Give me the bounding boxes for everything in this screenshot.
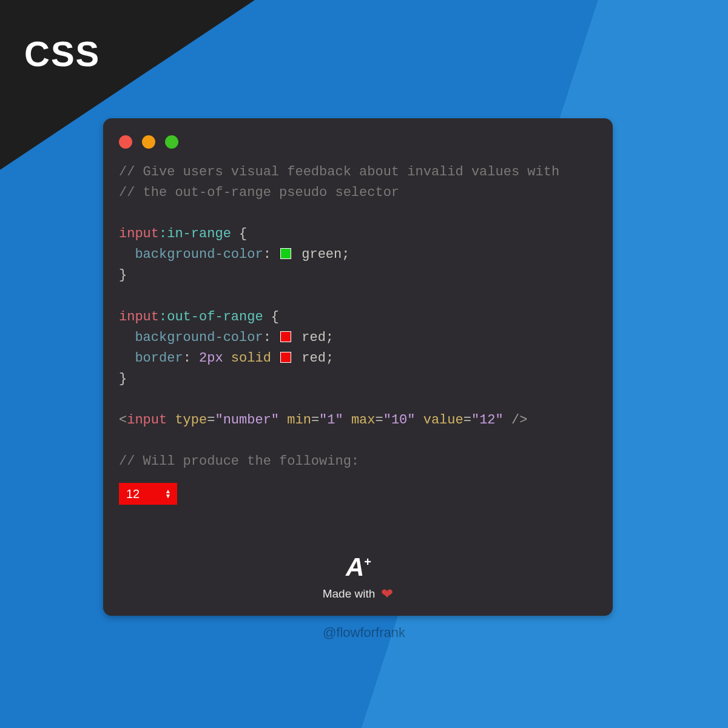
html-attr: min	[287, 413, 311, 428]
brace: }	[119, 268, 127, 283]
made-with-line: Made with ❤	[323, 585, 394, 602]
css-value-size: 2px	[199, 351, 223, 366]
html-attr: value	[423, 413, 463, 428]
brace: {	[263, 309, 279, 325]
semicolon: ;	[326, 351, 334, 366]
demo-input-value: 12	[126, 487, 140, 501]
window-controls	[119, 135, 597, 149]
brace: }	[119, 371, 127, 386]
demo-number-input[interactable]: 12 ▲ ▼	[119, 483, 177, 505]
comment-line: // Will produce the following:	[119, 454, 359, 469]
selector: input	[119, 226, 159, 241]
corner-label: CSS	[24, 33, 100, 74]
css-value-color: red	[302, 351, 326, 366]
html-attr-value: "number"	[215, 413, 279, 428]
minimize-icon[interactable]	[142, 135, 155, 149]
comment-line: // Give users visual feedback about inva…	[119, 164, 559, 180]
css-property: border	[135, 351, 183, 366]
angle-bracket: />	[504, 413, 528, 428]
colon: :	[183, 351, 191, 366]
html-tag-name: input	[127, 413, 167, 428]
maximize-icon[interactable]	[165, 135, 178, 149]
number-stepper[interactable]: ▲ ▼	[165, 489, 171, 499]
chevron-down-icon[interactable]: ▼	[165, 494, 171, 499]
selector: input	[119, 309, 159, 325]
html-attr-value: "12"	[471, 413, 504, 428]
color-swatch-green	[280, 248, 291, 259]
pseudo-selector: :in-range	[159, 226, 231, 241]
logo: A +	[346, 553, 370, 582]
heart-icon: ❤	[381, 585, 393, 602]
logo-letter: A	[346, 553, 363, 582]
close-icon[interactable]	[119, 135, 132, 149]
html-attr: type	[175, 413, 207, 428]
pseudo-selector: :out-of-range	[159, 309, 263, 325]
css-value: green	[302, 247, 342, 262]
css-value: red	[302, 330, 326, 345]
code-window: // Give users visual feedback about inva…	[103, 118, 613, 616]
angle-bracket: <	[119, 413, 127, 428]
logo-plus: +	[364, 555, 370, 569]
made-with-text: Made with	[323, 587, 376, 601]
css-value-style: solid	[231, 351, 271, 366]
css-property: background-color	[135, 330, 263, 345]
color-swatch-red	[280, 331, 291, 342]
html-attr-value: "10"	[383, 413, 416, 428]
colon: :	[263, 330, 271, 345]
semicolon: ;	[326, 330, 334, 345]
html-attr-value: "1"	[319, 413, 343, 428]
html-attr: max	[351, 413, 376, 428]
comment-line: // the out-of-range pseudo selector	[119, 185, 399, 200]
code-block: // Give users visual feedback about inva…	[119, 162, 597, 472]
author-handle: @flowforfrank	[0, 625, 728, 641]
colon: :	[263, 247, 271, 262]
css-property: background-color	[135, 247, 263, 262]
color-swatch-red	[280, 352, 291, 363]
window-footer: A + Made with ❤	[103, 553, 613, 602]
semicolon: ;	[342, 247, 349, 262]
brace: {	[231, 226, 247, 241]
